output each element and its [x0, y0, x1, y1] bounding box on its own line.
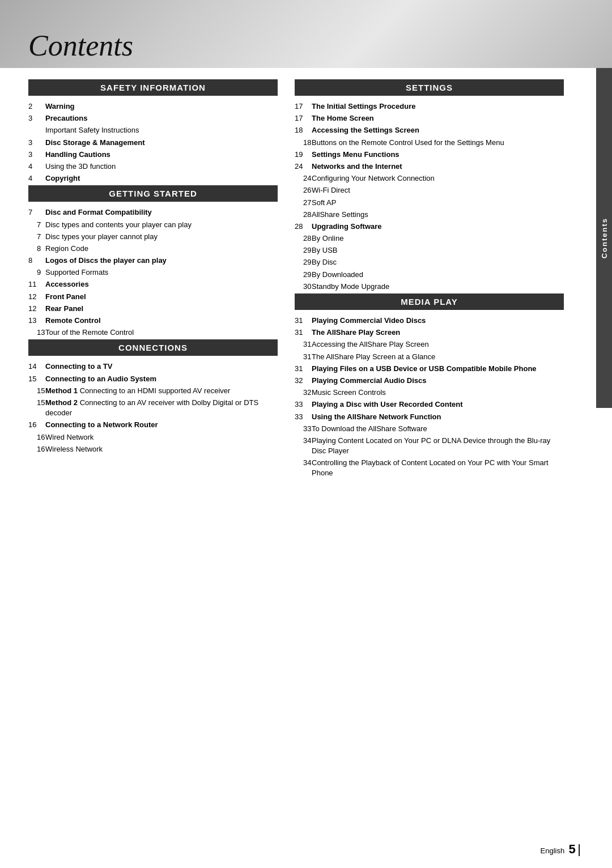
toc-text: Disc Storage & Management [45, 138, 278, 148]
toc-entry: Important Safety Instructions [28, 125, 278, 135]
toc-entry: 13Tour of the Remote Control [28, 327, 278, 338]
toc-text: Upgrading Software [312, 222, 564, 232]
toc-number: 12 [28, 304, 45, 314]
toc-entry: 28By Online [295, 233, 564, 244]
toc-entry: 33To Download the AllShare Software [295, 424, 564, 434]
toc-text: AllShare Settings [312, 210, 564, 220]
toc-text: Disc and Format Compatibility [45, 207, 278, 218]
toc-number: 15 [28, 398, 45, 408]
toc-entry: 31Playing Commercial Video Discs [295, 316, 564, 326]
toc-text: Connecting to an Audio System [45, 374, 278, 384]
toc-entry: 12Front Panel [28, 292, 278, 302]
toc-text: Buttons on the Remote Control Used for t… [312, 138, 564, 148]
toc-entry: 4Copyright [28, 173, 278, 184]
page-header: Contents [0, 0, 612, 68]
toc-text: Music Screen Controls [312, 388, 564, 398]
toc-text: Method 1 Connecting to an HDMI supported… [45, 386, 278, 396]
right-column: SETTINGS17The Initial Settings Procedure… [295, 79, 584, 480]
toc-text: Using the 3D function [45, 161, 278, 172]
toc-number: 8 [28, 256, 45, 266]
toc-text: Standby Mode Upgrade [312, 282, 564, 292]
toc-text: The Initial Settings Procedure [312, 101, 564, 112]
toc-number: 4 [28, 161, 45, 172]
side-tab: Contents [596, 68, 612, 408]
toc-text: Front Panel [45, 292, 278, 302]
toc-number: 28 [295, 210, 312, 220]
toc-entry: 17The Home Screen [295, 113, 564, 124]
toc-entry: 31Accessing the AllShare Play Screen [295, 339, 564, 350]
left-column: SAFETY INFORMATION2Warning3PrecautionsIm… [28, 79, 278, 480]
toc-number: 18 [295, 125, 312, 135]
toc-entry: 9Supported Formats [28, 267, 278, 278]
toc-text: By Downloaded [312, 270, 564, 280]
toc-text: Method 2 Connecting to an AV receiver wi… [45, 398, 278, 418]
toc-number: 30 [295, 282, 312, 292]
toc-entry: 24Configuring Your Network Connection [295, 173, 564, 184]
toc-entry: 18Buttons on the Remote Control Used for… [295, 138, 564, 148]
toc-text: Logos of Discs the player can play [45, 256, 278, 266]
toc-entry: 30Standby Mode Upgrade [295, 282, 564, 292]
toc-entry: 11Accessories [28, 279, 278, 290]
toc-number: 15 [28, 374, 45, 384]
toc-text: Remote Control [45, 316, 278, 326]
toc-number: 18 [295, 138, 312, 148]
toc-text: Copyright [45, 173, 278, 184]
toc-text: Warning [45, 101, 278, 112]
toc-number: 2 [28, 101, 45, 112]
toc-text: By Disc [312, 257, 564, 267]
section-safety: SAFETY INFORMATION2Warning3PrecautionsIm… [28, 79, 278, 184]
toc-text: Wireless Network [45, 444, 278, 454]
toc-number: 24 [295, 161, 312, 172]
toc-text: Playing a Disc with User Recorded Conten… [312, 399, 564, 410]
side-tab-label: Contents [600, 218, 609, 258]
toc-text: Using the AllShare Network Function [312, 412, 564, 422]
toc-entry: 15Method 2 Connecting to an AV receiver … [28, 398, 278, 418]
toc-number: 28 [295, 222, 312, 232]
toc-number: 31 [295, 364, 312, 374]
toc-number: 29 [295, 257, 312, 267]
toc-text: Wi-Fi Direct [312, 185, 564, 195]
section-header-getting_started: GETTING STARTED [28, 185, 278, 202]
toc-number: 28 [295, 233, 312, 244]
toc-number: 16 [28, 432, 45, 442]
section-settings: SETTINGS17The Initial Settings Procedure… [295, 79, 564, 292]
toc-entry: 7Disc types and contents your player can… [28, 220, 278, 230]
toc-text: Wired Network [45, 432, 278, 442]
toc-text: The AllShare Play Screen [312, 327, 564, 338]
toc-number: 33 [295, 412, 312, 422]
toc-entry: 3Handling Cautions [28, 150, 278, 160]
toc-text: By Online [312, 233, 564, 244]
toc-entry: 8Region Code [28, 244, 278, 254]
footer-language: English [541, 846, 565, 855]
toc-entry: 16Wired Network [28, 432, 278, 442]
toc-number: 34 [295, 436, 312, 446]
toc-entry: 26Wi-Fi Direct [295, 185, 564, 195]
toc-entry: 31The AllShare Play Screen at a Glance [295, 352, 564, 362]
toc-number: 3 [28, 138, 45, 148]
toc-number: 7 [28, 207, 45, 218]
toc-text: By USB [312, 245, 564, 256]
page-title: Contents [28, 29, 133, 62]
toc-entry: 13Remote Control [28, 316, 278, 326]
toc-entry: 28Upgrading Software [295, 222, 564, 232]
section-header-media_play: MEDIA PLAY [295, 293, 564, 310]
toc-text: The AllShare Play Screen at a Glance [312, 352, 564, 362]
toc-text: Settings Menu Functions [312, 150, 564, 160]
toc-number: 16 [28, 420, 45, 430]
toc-entry: 32Playing Commercial Audio Discs [295, 376, 564, 386]
toc-entry: 14Connecting to a TV [28, 361, 278, 372]
footer-page: 5 [568, 842, 575, 856]
toc-text: Disc types your player cannot play [45, 232, 278, 242]
toc-number: 32 [295, 388, 312, 398]
toc-number: 33 [295, 424, 312, 434]
content-area: SAFETY INFORMATION2Warning3PrecautionsIm… [0, 68, 612, 514]
toc-text: The Home Screen [312, 113, 564, 124]
toc-text: Soft AP [312, 198, 564, 208]
toc-number: 13 [28, 316, 45, 326]
toc-number: 31 [295, 339, 312, 350]
toc-text: Precautions [45, 113, 278, 124]
toc-text: Accessories [45, 279, 278, 290]
toc-number: 3 [28, 150, 45, 160]
toc-number: 4 [28, 173, 45, 184]
toc-number: 33 [295, 399, 312, 410]
